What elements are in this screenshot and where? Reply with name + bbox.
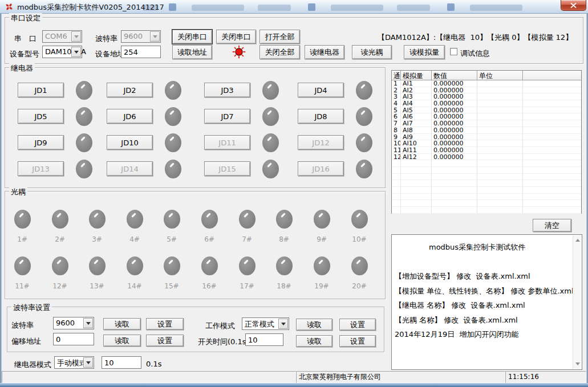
close-serial-button-2[interactable]: 关闭串口 (216, 30, 256, 44)
relay-mode-time-input[interactable] (102, 356, 141, 369)
info-panel: modbus采集控制卡测试软件【增加设备型号】 修改 设备表.xml.xml【模… (391, 234, 582, 370)
read-addr-button[interactable]: 读取地址 (172, 45, 212, 59)
read-opto-button[interactable]: 读光耦 (352, 45, 392, 59)
work-mode-read-button[interactable]: 读取 (296, 319, 332, 331)
opto-led-10 (351, 210, 368, 229)
table-cell: AI5 (401, 107, 432, 114)
table-cell: 7 (392, 120, 401, 127)
debug-info-label: 调试信息 (460, 48, 490, 59)
serial-baud-select: 9600 (121, 30, 161, 43)
table-cell: AI6 (401, 113, 432, 120)
table-cell (392, 174, 401, 181)
opto-label-10: 10# (350, 235, 369, 243)
table-cell: 0.000000 (432, 93, 477, 100)
device-model-select[interactable]: DAM1012A (42, 46, 82, 58)
table-row-empty (392, 187, 581, 194)
relay-button-jd4[interactable]: JD4 (298, 83, 344, 97)
opto-led-3 (89, 210, 106, 229)
opto-label-4: 4# (125, 235, 144, 243)
work-mode-select[interactable]: 正常模式 (242, 317, 289, 330)
info-text: modbus采集控制卡测试软件【增加设备型号】 修改 设备表.xml.xml【模… (395, 240, 570, 342)
relay-button-jd7[interactable]: JD7 (204, 109, 250, 124)
info-scrollbar[interactable] (573, 235, 581, 369)
info-line-6: 2014年12月19日 增加闪开闪闭功能 (395, 327, 570, 342)
app-logo-icon (5, 2, 14, 11)
switch-time-set-button[interactable]: 设置 (339, 335, 376, 347)
analog-table: 通模拟量数值单位 1AI10.0000002AI20.0000003AI30.0… (391, 70, 582, 214)
opto-label-9: 9# (312, 235, 331, 243)
baud-select[interactable]: 9600 (53, 317, 94, 329)
table-cell (523, 93, 581, 100)
offset-addr-input[interactable] (53, 333, 94, 345)
table-cell (432, 160, 477, 167)
relay-button-jd3[interactable]: JD3 (204, 83, 250, 97)
table-row-empty (392, 207, 581, 214)
device-addr-input[interactable] (121, 46, 161, 58)
close-serial-button-1[interactable]: 关闭串口 (172, 30, 212, 44)
work-mode-set-button[interactable]: 设置 (339, 319, 376, 331)
relay-mode-select[interactable]: 手动模式 (54, 356, 94, 369)
glass-blur-decoration (192, 5, 244, 11)
relay-button-jd10[interactable]: JD10 (107, 135, 153, 150)
table-cell: AI12 (401, 154, 432, 161)
table-row: 1AI10.000000 (392, 80, 581, 87)
analog-table-header: 通模拟量数值单位 (392, 71, 581, 80)
scroll-up-button[interactable] (574, 236, 581, 244)
table-cell (432, 180, 477, 187)
relay-led-jd1 (76, 81, 92, 100)
read-analog-button[interactable]: 读模拟量 (404, 45, 445, 59)
table-cell (477, 180, 523, 187)
offset-read-button[interactable]: 读取 (103, 335, 141, 347)
close-all-button[interactable]: 关闭全部 (259, 45, 300, 59)
offset-set-button[interactable]: 设置 (146, 335, 184, 347)
table-cell: 0.000000 (432, 134, 477, 141)
open-all-button[interactable]: 打开全部 (259, 30, 300, 44)
table-cell (477, 187, 523, 194)
baud-read-button[interactable]: 读取 (103, 318, 141, 330)
table-cell: AI8 (401, 127, 432, 134)
table-cell (477, 120, 523, 127)
table-cell (523, 174, 581, 181)
table-cell (401, 174, 432, 181)
opto-label-11: 11# (13, 282, 32, 290)
table-cell: 2 (392, 87, 401, 94)
baud-set-button[interactable]: 设置 (146, 318, 184, 330)
table-cell: 10 (392, 140, 401, 147)
relay-button-jd2[interactable]: JD2 (107, 83, 153, 97)
switch-time-input[interactable] (245, 333, 283, 346)
debug-info-checkbox[interactable] (450, 48, 457, 55)
relay-button-jd11: JD11 (204, 135, 250, 150)
glass-blur-decoration (447, 3, 455, 11)
table-row: 12AI120.000000 (392, 154, 581, 161)
table-cell (523, 120, 581, 127)
read-relay-button[interactable]: 读继电器 (305, 45, 344, 59)
clear-button[interactable]: 清空 (533, 219, 571, 232)
relay-led-jd13 (76, 160, 92, 178)
opto-label-16: 16# (200, 282, 219, 290)
table-header-2: 数值 (432, 71, 477, 80)
table-cell (523, 154, 581, 161)
table-cell: AI4 (401, 100, 432, 107)
switch-time-read-button[interactable]: 读取 (296, 335, 332, 347)
close-button[interactable] (561, 0, 586, 11)
relay-button-jd14: JD14 (107, 161, 153, 176)
relay-button-jd5[interactable]: JD5 (18, 109, 64, 124)
relay-button-jd9[interactable]: JD9 (18, 135, 64, 150)
analog-table-body: 1AI10.0000002AI20.0000003AI30.0000004AI4… (392, 80, 581, 214)
relay-button-jd6[interactable]: JD6 (107, 109, 153, 124)
chevron-down-icon[interactable] (278, 319, 288, 329)
table-cell (477, 147, 523, 154)
table-cell (432, 194, 477, 201)
chevron-down-icon (71, 31, 81, 42)
table-cell (477, 160, 523, 167)
opto-label-18: 18# (274, 282, 294, 290)
relay-button-jd8[interactable]: JD8 (298, 109, 344, 124)
relay-button-jd1[interactable]: JD1 (18, 83, 64, 97)
chevron-down-icon[interactable] (83, 357, 93, 368)
triangle-up-icon (575, 237, 580, 242)
opto-led-18 (276, 256, 293, 275)
table-cell (523, 113, 581, 120)
chevron-down-icon[interactable] (83, 318, 93, 328)
scroll-down-button[interactable] (574, 360, 581, 368)
chevron-down-icon[interactable] (71, 47, 81, 57)
